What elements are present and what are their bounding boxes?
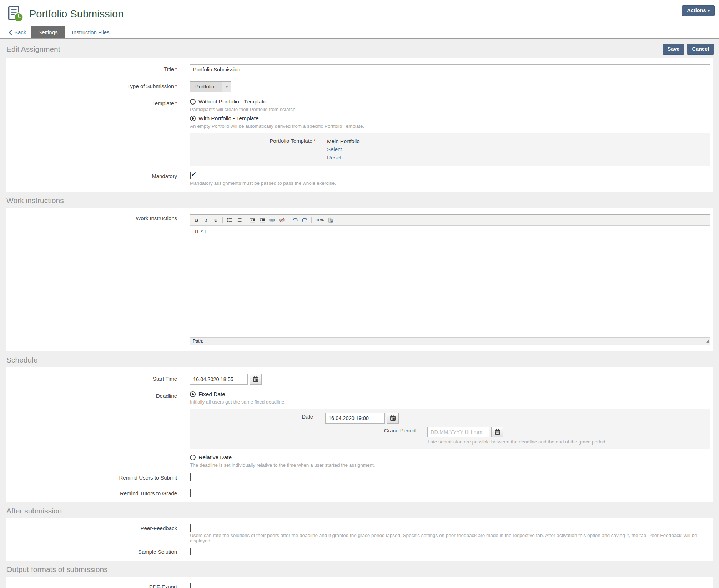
indent-button[interactable]	[258, 216, 267, 224]
svg-text:W: W	[331, 220, 333, 222]
rich-text-editor: B I U 12	[190, 214, 710, 345]
bold-button[interactable]: B	[192, 216, 201, 224]
editor-path-label: Path:	[193, 339, 203, 344]
editor-resize-grip[interactable]	[705, 339, 709, 343]
link-icon	[269, 218, 275, 222]
mandatory-label: Mandatory	[6, 173, 177, 179]
pdf-export-label: PDF-Export	[6, 583, 177, 588]
sample-solution-label: Sample Solution	[6, 548, 177, 555]
numbered-list-icon: 12	[236, 218, 242, 223]
pdf-export-checkbox[interactable]	[190, 583, 191, 588]
with-template-radio-label[interactable]: With Portfolio - Template	[198, 115, 259, 122]
remove-link-button[interactable]	[277, 216, 286, 224]
schedule-panel: Start Time Deadline Fixed Date Initially…	[6, 368, 713, 502]
peer-feedback-label: Peer-Feedback	[6, 525, 177, 531]
output-formats-panel: PDF-Export Submission will be exported a…	[6, 577, 713, 588]
paste-from-word-button[interactable]: W	[326, 216, 335, 224]
relative-date-radio[interactable]	[190, 455, 196, 460]
section-title-edit-assignment: Edit Assignment	[6, 45, 60, 54]
actions-button[interactable]: Actions▾	[682, 5, 715, 16]
calendar-icon	[390, 415, 396, 421]
underline-button[interactable]: U	[211, 216, 220, 224]
top-bar: Portfolio Submission Actions▾ Back Setti…	[0, 0, 719, 39]
bullet-list-button[interactable]	[225, 216, 234, 224]
remind-tutors-label: Remind Tutors to Grade	[6, 490, 177, 496]
svg-text:2: 2	[236, 220, 238, 223]
title-input[interactable]	[190, 64, 710, 75]
fixed-date-help: Initially all users get the same fixed d…	[190, 399, 710, 405]
cancel-button[interactable]: Cancel	[687, 44, 714, 55]
calendar-icon	[494, 429, 501, 435]
start-time-calendar-button[interactable]	[250, 374, 262, 385]
portfolio-template-reset-link[interactable]: Reset	[327, 153, 360, 162]
back-link[interactable]: Back	[9, 26, 31, 38]
without-template-radio[interactable]	[190, 99, 196, 105]
date-label: Date	[190, 413, 313, 420]
toolbar-separator	[288, 217, 288, 223]
portfolio-template-subpanel: Portfolio Template* Mein Portfolio Selec…	[190, 133, 710, 166]
editor-path-bar: Path:	[190, 337, 710, 345]
undo-icon	[292, 218, 298, 223]
editor-toolbar: B I U 12	[190, 215, 710, 226]
portfolio-template-label: Portfolio Template*	[190, 137, 316, 144]
without-template-radio-label[interactable]: Without Portfolio - Template	[198, 98, 266, 105]
toolbar-separator	[246, 217, 246, 223]
deadline-date-input[interactable]	[325, 413, 385, 424]
section-title-after-submission: After submission	[6, 507, 62, 515]
work-instructions-panel: Work Instructions B I U 12	[6, 208, 713, 351]
peer-feedback-checkbox[interactable]	[190, 524, 191, 532]
relative-date-radio-label[interactable]: Relative Date	[198, 454, 232, 461]
fixed-date-radio[interactable]	[190, 391, 196, 397]
undo-button[interactable]	[291, 216, 300, 224]
grace-period-input[interactable]	[427, 427, 489, 437]
caret-down-icon: ▾	[708, 9, 710, 13]
grace-period-calendar-button[interactable]	[491, 427, 503, 437]
required-mark: *	[175, 100, 177, 106]
after-submission-panel: Peer-Feedback Users can rate the solutio…	[6, 518, 713, 561]
redo-button[interactable]	[300, 216, 309, 224]
required-mark: *	[175, 83, 177, 89]
mandatory-help: Mandatory assignments must be passed to …	[190, 181, 710, 186]
portfolio-template-select-link[interactable]: Select	[327, 145, 360, 153]
italic-button[interactable]: I	[202, 216, 211, 224]
tab-settings[interactable]: Settings	[31, 26, 65, 38]
fixed-date-radio-label[interactable]: Fixed Date	[198, 391, 225, 397]
outdent-button[interactable]	[248, 216, 257, 224]
remind-users-checkbox[interactable]	[190, 473, 191, 481]
mandatory-checkbox[interactable]	[190, 172, 191, 179]
work-instructions-label: Work Instructions	[6, 214, 177, 221]
sample-solution-checkbox[interactable]	[190, 548, 191, 555]
section-title-work-instructions: Work instructions	[6, 196, 64, 205]
section-title-schedule: Schedule	[6, 356, 38, 364]
unlink-icon	[279, 218, 285, 222]
portfolio-template-value: Mein Portfolio	[327, 137, 360, 145]
save-button[interactable]: Save	[663, 44, 685, 55]
type-of-submission-select: Portfolio	[190, 81, 231, 92]
tab-instruction-files[interactable]: Instruction Files	[65, 26, 117, 38]
calendar-icon	[253, 376, 259, 382]
peer-feedback-help: Users can rate the solutions of their pe…	[190, 533, 710, 543]
title-label: Title*	[6, 64, 177, 72]
exercise-assignment-icon	[7, 6, 24, 22]
required-mark: *	[313, 138, 316, 144]
redo-icon	[302, 218, 307, 223]
editor-content[interactable]: TEST	[190, 226, 710, 337]
type-of-submission-label: Type of Submission*	[6, 81, 177, 89]
page-title: Portfolio Submission	[29, 8, 124, 20]
deadline-label: Deadline	[6, 391, 177, 399]
numbered-list-button[interactable]: 12	[235, 216, 243, 224]
tab-bar: Back Settings Instruction Files	[0, 26, 719, 39]
bullet-list-icon	[227, 218, 232, 223]
with-template-radio[interactable]	[190, 116, 196, 121]
toolbar-separator	[222, 217, 223, 223]
insert-link-button[interactable]	[267, 216, 276, 224]
remind-tutors-checkbox[interactable]	[190, 489, 191, 497]
html-source-button[interactable]: HTML	[314, 216, 326, 224]
fixed-date-subpanel: Date Grace Period	[190, 409, 710, 449]
deadline-date-calendar-button[interactable]	[387, 413, 399, 424]
select-arrow-icon	[222, 82, 231, 92]
with-template-help: An empty Portfolio will be automatically…	[190, 123, 710, 129]
template-label: Template*	[6, 98, 177, 106]
start-time-input[interactable]	[190, 374, 248, 385]
grace-period-label: Grace Period	[190, 427, 416, 434]
